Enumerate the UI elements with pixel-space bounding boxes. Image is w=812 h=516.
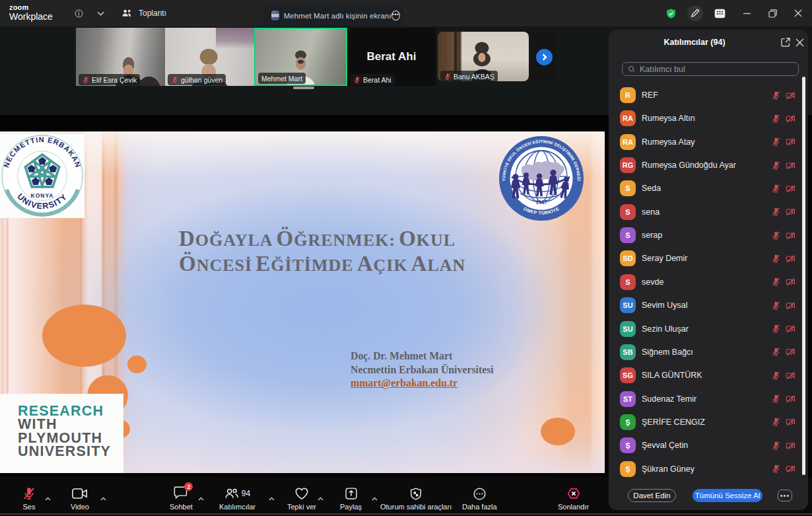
- svg-text:1967: 1967: [536, 199, 548, 205]
- svg-text:KONYA: KONYA: [31, 192, 54, 199]
